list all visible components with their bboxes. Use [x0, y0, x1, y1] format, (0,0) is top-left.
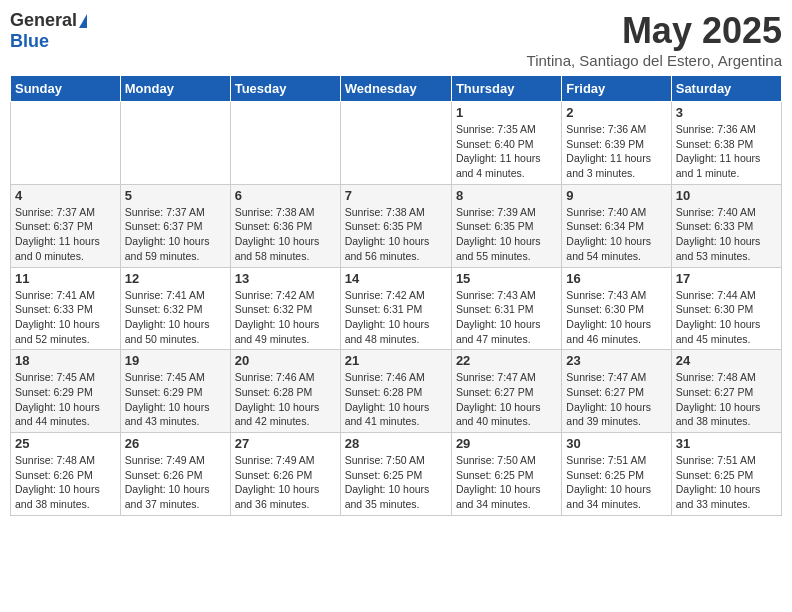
- day-number: 4: [15, 188, 116, 203]
- day-info: Sunrise: 7:44 AM Sunset: 6:30 PM Dayligh…: [676, 288, 777, 347]
- calendar-cell: 17Sunrise: 7:44 AM Sunset: 6:30 PM Dayli…: [671, 267, 781, 350]
- calendar-cell: [340, 102, 451, 185]
- day-number: 5: [125, 188, 226, 203]
- weekday-header-row: SundayMondayTuesdayWednesdayThursdayFrid…: [11, 76, 782, 102]
- week-row-4: 18Sunrise: 7:45 AM Sunset: 6:29 PM Dayli…: [11, 350, 782, 433]
- calendar-cell: 25Sunrise: 7:48 AM Sunset: 6:26 PM Dayli…: [11, 433, 121, 516]
- weekday-header-monday: Monday: [120, 76, 230, 102]
- weekday-header-wednesday: Wednesday: [340, 76, 451, 102]
- weekday-header-sunday: Sunday: [11, 76, 121, 102]
- day-info: Sunrise: 7:42 AM Sunset: 6:32 PM Dayligh…: [235, 288, 336, 347]
- weekday-header-thursday: Thursday: [451, 76, 561, 102]
- day-number: 1: [456, 105, 557, 120]
- day-info: Sunrise: 7:40 AM Sunset: 6:33 PM Dayligh…: [676, 205, 777, 264]
- calendar-cell: 24Sunrise: 7:48 AM Sunset: 6:27 PM Dayli…: [671, 350, 781, 433]
- day-info: Sunrise: 7:37 AM Sunset: 6:37 PM Dayligh…: [15, 205, 116, 264]
- day-info: Sunrise: 7:45 AM Sunset: 6:29 PM Dayligh…: [15, 370, 116, 429]
- day-info: Sunrise: 7:41 AM Sunset: 6:32 PM Dayligh…: [125, 288, 226, 347]
- week-row-3: 11Sunrise: 7:41 AM Sunset: 6:33 PM Dayli…: [11, 267, 782, 350]
- calendar-cell: 12Sunrise: 7:41 AM Sunset: 6:32 PM Dayli…: [120, 267, 230, 350]
- calendar-cell: 18Sunrise: 7:45 AM Sunset: 6:29 PM Dayli…: [11, 350, 121, 433]
- day-number: 12: [125, 271, 226, 286]
- day-number: 11: [15, 271, 116, 286]
- day-number: 13: [235, 271, 336, 286]
- day-number: 26: [125, 436, 226, 451]
- day-number: 22: [456, 353, 557, 368]
- calendar-cell: 23Sunrise: 7:47 AM Sunset: 6:27 PM Dayli…: [562, 350, 671, 433]
- day-info: Sunrise: 7:46 AM Sunset: 6:28 PM Dayligh…: [235, 370, 336, 429]
- day-number: 19: [125, 353, 226, 368]
- calendar-cell: 4Sunrise: 7:37 AM Sunset: 6:37 PM Daylig…: [11, 184, 121, 267]
- day-info: Sunrise: 7:49 AM Sunset: 6:26 PM Dayligh…: [125, 453, 226, 512]
- calendar-cell: 3Sunrise: 7:36 AM Sunset: 6:38 PM Daylig…: [671, 102, 781, 185]
- calendar-cell: 21Sunrise: 7:46 AM Sunset: 6:28 PM Dayli…: [340, 350, 451, 433]
- day-info: Sunrise: 7:43 AM Sunset: 6:30 PM Dayligh…: [566, 288, 666, 347]
- week-row-2: 4Sunrise: 7:37 AM Sunset: 6:37 PM Daylig…: [11, 184, 782, 267]
- day-info: Sunrise: 7:41 AM Sunset: 6:33 PM Dayligh…: [15, 288, 116, 347]
- logo-general-text: General: [10, 10, 77, 31]
- day-number: 24: [676, 353, 777, 368]
- day-info: Sunrise: 7:47 AM Sunset: 6:27 PM Dayligh…: [456, 370, 557, 429]
- calendar-cell: 14Sunrise: 7:42 AM Sunset: 6:31 PM Dayli…: [340, 267, 451, 350]
- weekday-header-friday: Friday: [562, 76, 671, 102]
- logo: General Blue: [10, 10, 87, 52]
- calendar-cell: 15Sunrise: 7:43 AM Sunset: 6:31 PM Dayli…: [451, 267, 561, 350]
- calendar-cell: 28Sunrise: 7:50 AM Sunset: 6:25 PM Dayli…: [340, 433, 451, 516]
- day-number: 25: [15, 436, 116, 451]
- calendar-cell: [120, 102, 230, 185]
- calendar-cell: [11, 102, 121, 185]
- month-title: May 2025: [527, 10, 782, 52]
- location-subtitle: Tintina, Santiago del Estero, Argentina: [527, 52, 782, 69]
- logo-blue-text: Blue: [10, 31, 49, 52]
- day-info: Sunrise: 7:35 AM Sunset: 6:40 PM Dayligh…: [456, 122, 557, 181]
- logo-triangle-icon: [79, 14, 87, 28]
- day-info: Sunrise: 7:42 AM Sunset: 6:31 PM Dayligh…: [345, 288, 447, 347]
- calendar-cell: 26Sunrise: 7:49 AM Sunset: 6:26 PM Dayli…: [120, 433, 230, 516]
- calendar-cell: 8Sunrise: 7:39 AM Sunset: 6:35 PM Daylig…: [451, 184, 561, 267]
- calendar-cell: 6Sunrise: 7:38 AM Sunset: 6:36 PM Daylig…: [230, 184, 340, 267]
- day-info: Sunrise: 7:51 AM Sunset: 6:25 PM Dayligh…: [566, 453, 666, 512]
- week-row-5: 25Sunrise: 7:48 AM Sunset: 6:26 PM Dayli…: [11, 433, 782, 516]
- calendar-cell: 13Sunrise: 7:42 AM Sunset: 6:32 PM Dayli…: [230, 267, 340, 350]
- calendar-cell: 16Sunrise: 7:43 AM Sunset: 6:30 PM Dayli…: [562, 267, 671, 350]
- calendar-table: SundayMondayTuesdayWednesdayThursdayFrid…: [10, 75, 782, 516]
- title-block: May 2025 Tintina, Santiago del Estero, A…: [527, 10, 782, 69]
- day-number: 16: [566, 271, 666, 286]
- calendar-cell: 30Sunrise: 7:51 AM Sunset: 6:25 PM Dayli…: [562, 433, 671, 516]
- weekday-header-tuesday: Tuesday: [230, 76, 340, 102]
- week-row-1: 1Sunrise: 7:35 AM Sunset: 6:40 PM Daylig…: [11, 102, 782, 185]
- day-info: Sunrise: 7:39 AM Sunset: 6:35 PM Dayligh…: [456, 205, 557, 264]
- day-info: Sunrise: 7:51 AM Sunset: 6:25 PM Dayligh…: [676, 453, 777, 512]
- day-number: 31: [676, 436, 777, 451]
- calendar-cell: 11Sunrise: 7:41 AM Sunset: 6:33 PM Dayli…: [11, 267, 121, 350]
- day-info: Sunrise: 7:37 AM Sunset: 6:37 PM Dayligh…: [125, 205, 226, 264]
- day-number: 17: [676, 271, 777, 286]
- day-info: Sunrise: 7:36 AM Sunset: 6:38 PM Dayligh…: [676, 122, 777, 181]
- day-number: 10: [676, 188, 777, 203]
- calendar-cell: 27Sunrise: 7:49 AM Sunset: 6:26 PM Dayli…: [230, 433, 340, 516]
- day-info: Sunrise: 7:50 AM Sunset: 6:25 PM Dayligh…: [345, 453, 447, 512]
- calendar-cell: 31Sunrise: 7:51 AM Sunset: 6:25 PM Dayli…: [671, 433, 781, 516]
- page-header: General Blue May 2025 Tintina, Santiago …: [10, 10, 782, 69]
- day-info: Sunrise: 7:38 AM Sunset: 6:36 PM Dayligh…: [235, 205, 336, 264]
- day-number: 3: [676, 105, 777, 120]
- day-info: Sunrise: 7:40 AM Sunset: 6:34 PM Dayligh…: [566, 205, 666, 264]
- day-number: 6: [235, 188, 336, 203]
- calendar-cell: 9Sunrise: 7:40 AM Sunset: 6:34 PM Daylig…: [562, 184, 671, 267]
- day-number: 9: [566, 188, 666, 203]
- day-number: 18: [15, 353, 116, 368]
- day-info: Sunrise: 7:46 AM Sunset: 6:28 PM Dayligh…: [345, 370, 447, 429]
- calendar-cell: 20Sunrise: 7:46 AM Sunset: 6:28 PM Dayli…: [230, 350, 340, 433]
- calendar-cell: 1Sunrise: 7:35 AM Sunset: 6:40 PM Daylig…: [451, 102, 561, 185]
- day-number: 23: [566, 353, 666, 368]
- day-number: 14: [345, 271, 447, 286]
- calendar-cell: 22Sunrise: 7:47 AM Sunset: 6:27 PM Dayli…: [451, 350, 561, 433]
- calendar-cell: 10Sunrise: 7:40 AM Sunset: 6:33 PM Dayli…: [671, 184, 781, 267]
- calendar-cell: 29Sunrise: 7:50 AM Sunset: 6:25 PM Dayli…: [451, 433, 561, 516]
- day-info: Sunrise: 7:36 AM Sunset: 6:39 PM Dayligh…: [566, 122, 666, 181]
- day-number: 2: [566, 105, 666, 120]
- calendar-cell: 5Sunrise: 7:37 AM Sunset: 6:37 PM Daylig…: [120, 184, 230, 267]
- day-info: Sunrise: 7:43 AM Sunset: 6:31 PM Dayligh…: [456, 288, 557, 347]
- day-number: 29: [456, 436, 557, 451]
- day-info: Sunrise: 7:50 AM Sunset: 6:25 PM Dayligh…: [456, 453, 557, 512]
